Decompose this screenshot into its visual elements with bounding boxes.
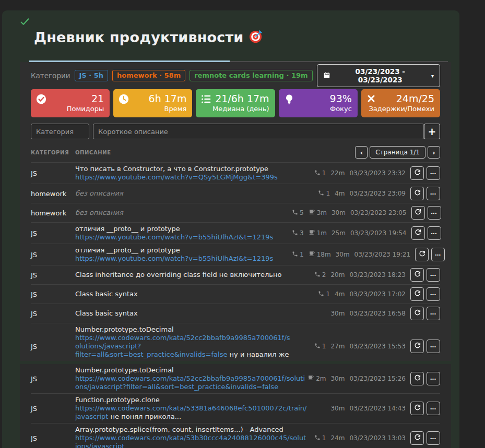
target-icon [249, 29, 263, 45]
break-time: 3m [309, 209, 327, 217]
repeat-button[interactable] [410, 287, 424, 301]
header: Дневник продуктивности [34, 29, 459, 45]
repeat-button[interactable] [410, 402, 424, 415]
row-actions: ••• [410, 268, 440, 282]
row-duration: 24m [330, 434, 345, 442]
more-button[interactable]: ••• [427, 372, 440, 385]
row-link[interactable]: https://www.youtube.com/watch?v=b55hiUlh… [75, 255, 273, 262]
row-datetime: 03/23/2023 13:03 [349, 434, 406, 442]
category-chip-homework[interactable]: homework · 58m [112, 70, 185, 81]
row-meta: 2m30m03/23/2023 15:26 [307, 374, 406, 383]
row-description: Number.prototype.toDecimalhttps://www.co… [75, 325, 292, 361]
row-category: JS [31, 375, 75, 383]
row-meta: 14m03/23/2023 23:09 [318, 190, 406, 198]
row-meta: 30m03/23/2023 16:58 [330, 310, 406, 317]
repeat-button[interactable] [410, 187, 424, 200]
refresh-icon [414, 404, 421, 413]
more-icon: ••• [430, 171, 436, 176]
row-duration: 30m [336, 251, 350, 258]
repeat-button[interactable] [410, 431, 424, 445]
phone-icon [314, 271, 321, 279]
description-input[interactable] [93, 124, 424, 139]
phone-icon [314, 343, 321, 350]
row-duration: 4m [335, 290, 345, 298]
date-range-value: 03/23/2023 - 03/23/2023 [334, 67, 427, 84]
check-circle-icon [36, 93, 47, 107]
row-datetime: 03/23/2023 17:02 [349, 290, 406, 298]
row-title: Number.prototype.toDecimal [75, 325, 292, 334]
row-category: JS [31, 310, 75, 318]
calls-count: 1 [314, 343, 326, 350]
repeat-button[interactable] [410, 268, 424, 282]
row-link[interactable]: https://www.codewars.com/kata/52cc2bbafb… [75, 374, 305, 391]
repeat-button[interactable] [415, 248, 429, 261]
row-description: Class basic syntax [75, 290, 292, 298]
repeat-button[interactable] [411, 206, 425, 220]
category-input[interactable] [31, 124, 89, 139]
check-icon [19, 16, 459, 28]
table-row: JSFunction.prototype.clonehttps://www.co… [31, 393, 440, 423]
row-description: Number.prototype.toDecimalhttps://www.co… [75, 366, 307, 391]
calls-count: 1 [314, 169, 326, 177]
more-button[interactable]: ••• [427, 268, 440, 282]
pagination: ‹ Страница 1/1 › [355, 146, 440, 159]
app-panel: Дневник продуктивности Категории JS · 5h… [2, 10, 459, 448]
page-title: Дневник продуктивности [34, 29, 244, 45]
row-duration: 30m [330, 310, 345, 317]
more-icon: ••• [431, 231, 437, 236]
more-icon: ••• [430, 273, 436, 277]
row-description: Class inheritance до overriding class fi… [75, 271, 292, 279]
more-button[interactable]: ••• [427, 431, 440, 445]
row-description: Function.prototype.clonehttps://www.code… [75, 396, 307, 421]
row-actions: ••• [410, 372, 440, 385]
date-range-button[interactable]: 03/23/2023 - 03/23/2023 ▾ [317, 64, 440, 87]
tab-indicator[interactable] [29, 60, 448, 62]
break-icon [309, 209, 315, 217]
table-row: JSClass inheritance до overriding class … [31, 265, 440, 284]
more-button[interactable]: ••• [427, 187, 440, 200]
phone-icon [314, 169, 321, 177]
repeat-button[interactable] [410, 340, 424, 353]
more-button[interactable]: ••• [431, 248, 445, 261]
more-button[interactable]: ••• [427, 307, 440, 320]
row-duration: 30m [330, 405, 345, 412]
more-button[interactable]: ••• [427, 402, 440, 415]
more-button[interactable]: ••• [427, 287, 440, 301]
break-time: 18m [309, 250, 331, 259]
calls-count: 1 [292, 251, 304, 259]
category-chip-js[interactable]: JS · 5h [75, 70, 109, 81]
stat-card-x: 24m/25Задержки/Помехи [361, 89, 440, 117]
refresh-icon [419, 250, 425, 259]
repeat-button[interactable] [410, 166, 424, 180]
row-duration: 30m [330, 375, 345, 382]
repeat-button[interactable] [410, 307, 424, 320]
row-meta: 30m03/23/2023 14:43 [330, 405, 406, 412]
repeat-button[interactable] [410, 372, 424, 385]
more-button[interactable]: ••• [427, 166, 440, 180]
row-datetime: 03/23/2023 19:54 [350, 229, 407, 237]
more-icon: ••• [430, 311, 436, 316]
refresh-icon [414, 374, 421, 383]
entries-table-continued: JSNumber.prototype.toDecimalhttps://www.… [20, 364, 451, 448]
more-button[interactable]: ••• [427, 340, 440, 353]
next-page-button[interactable]: › [428, 146, 440, 159]
category-chip-remnote[interactable]: remnote cards learning · 19m [190, 70, 312, 81]
row-title: Class basic syntax [75, 290, 292, 298]
prev-page-button[interactable]: ‹ [355, 146, 368, 159]
more-button[interactable]: ••• [428, 206, 441, 220]
row-description: Array.prototype.splice(from, count, inse… [75, 426, 307, 448]
row-title: Number.prototype.toDecimal [75, 366, 307, 374]
row-title: Class basic syntax [75, 309, 292, 318]
row-link[interactable]: https://www.youtube.com/watch?v=b55hiUlh… [75, 233, 273, 241]
more-button[interactable]: ••• [428, 226, 441, 240]
row-meta: 14m03/23/2023 17:02 [318, 290, 406, 298]
table-row: JSClass basic syntax30m03/23/2023 16:58•… [31, 304, 440, 323]
bulb-icon [283, 93, 295, 107]
table-row: JSNumber.prototype.toDecimalhttps://www.… [31, 364, 440, 393]
more-icon: ••• [430, 377, 436, 381]
calls-count: 1 [318, 290, 330, 298]
add-entry-button[interactable]: + [424, 124, 440, 139]
row-link[interactable]: https://www.youtube.com/watch?v=QSy5LGMj… [75, 173, 278, 181]
row-link[interactable]: https://www.codewars.com/kata/53b30ccc4a… [75, 434, 306, 448]
repeat-button[interactable] [411, 226, 425, 240]
